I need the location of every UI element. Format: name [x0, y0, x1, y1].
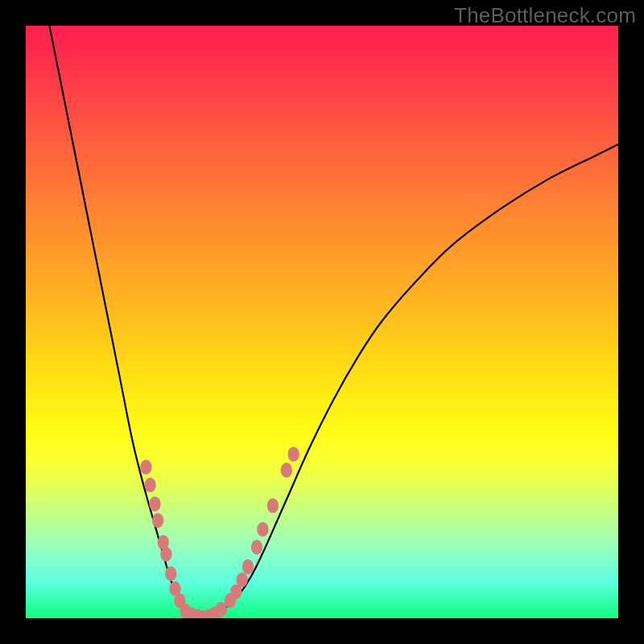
plot-gradient-background: [26, 26, 618, 618]
chart-frame: TheBottleneck.com: [0, 0, 644, 644]
watermark-text: TheBottleneck.com: [454, 3, 636, 28]
